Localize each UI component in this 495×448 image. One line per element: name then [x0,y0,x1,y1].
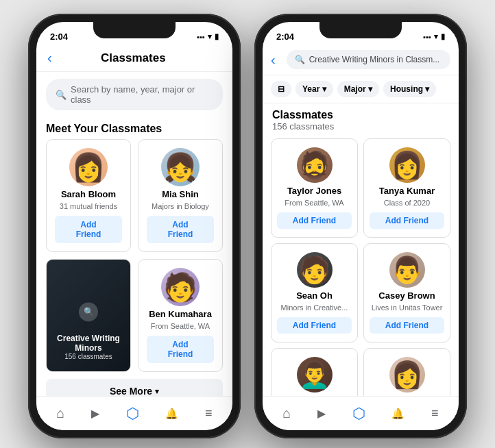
meet-section-title: Meet Your Classmates [36,117,232,139]
add-mia-button[interactable]: Add Friend [147,216,214,243]
nav-bell-left[interactable]: 🔔 [160,402,184,425]
sub-ben: From Seattle, WA [151,322,210,330]
avatar-tanya [389,147,425,183]
name-mia: Mia Shin [162,189,198,199]
notch-right [319,22,402,38]
right-phone: 2:04 ▪▪▪ ▾ ▮ ‹ 🔍 Creative Writing Minors… [254,14,467,438]
nav-video-right[interactable]: ▶ [312,401,331,425]
classmate-card-sarah: Sarah Bloom 31 mutual friends Add Friend [46,139,131,252]
filter-housing-button[interactable]: Housing ▾ [383,81,436,97]
filter-major-button[interactable]: Major ▾ [337,81,379,97]
name-taylor: Taylor Jones [287,186,341,196]
left-content: 🔍 Search by name, year, major or class M… [36,72,232,419]
signal-icon: ▪▪▪ [197,33,205,41]
group-search-icon: 🔍 [79,302,98,321]
wifi-icon: ▾ [208,32,212,41]
name-ben: Ben Kumahara [149,309,212,319]
avatar-sean [297,252,333,288]
right-content: Classmates 156 classmates Taylor Jones F… [263,103,459,430]
add-casey-button[interactable]: Add Friend [370,317,444,334]
name-sean: Sean Oh [296,290,333,301]
search-text-right: Creative Writing Minors in Classm... [309,55,440,64]
nav-home-left[interactable]: ⌂ [51,400,70,427]
search-bar-right[interactable]: 🔍 Creative Writing Minors in Classm... [287,50,450,69]
group-card-writing[interactable]: 🔍 Creative Writing Minors 156 classmates [46,259,131,372]
search-icon-right: 🔍 [295,55,305,64]
sub-casey: Lives in Unitas Tower [372,303,443,312]
search-icon-left: 🔍 [56,90,67,100]
card-taylor: Taylor Jones From Seattle, WA Add Friend [271,138,358,238]
classmates-count: 156 classmates [272,121,449,132]
left-screen: 2:04 ▪▪▪ ▾ ▮ ‹ Classmates 🔍 Search by na… [36,22,232,430]
notch [93,22,176,38]
nav-menu-left[interactable]: ≡ [200,401,218,426]
classmates-grid-left: Sarah Bloom 31 mutual friends Add Friend… [36,139,232,372]
right-header: ‹ 🔍 Creative Writing Minors in Classm... [263,45,459,75]
filter-settings-icon: ⊟ [278,84,285,94]
signal-icon-right: ▪▪▪ [423,33,431,41]
filter-bar: ⊟ Year ▾ Major ▾ Housing ▾ [263,75,459,103]
name-casey: Casey Brown [378,290,435,301]
add-taylor-button[interactable]: Add Friend [277,212,352,229]
sub-mia: Majors in Biology [152,202,209,210]
group-title: Creative Writing Minors [55,334,122,353]
nav-menu-right[interactable]: ≡ [426,401,444,426]
group-count: 156 classmates [55,353,122,360]
battery-icon: ▮ [215,32,219,41]
bottom-nav-right: ⌂ ▶ ⬡ 🔔 ≡ [263,396,459,430]
card-tanya: Tanya Kumar Class of 2020 Add Friend [363,138,450,238]
time-right: 2:04 [276,32,294,42]
back-button[interactable]: ‹ [47,50,52,66]
see-more-label: See More [110,386,152,397]
avatar-mia [161,148,200,186]
battery-icon-right: ▮ [441,32,445,41]
nav-video-left[interactable]: ▶ [86,401,105,425]
left-header: ‹ Classmates [36,45,232,72]
avatar-casey [389,252,425,288]
add-ben-button[interactable]: Add Friend [147,336,214,363]
page-title-left: Classmates [59,51,208,65]
sub-taylor: From Seattle, WA [285,199,343,207]
sub-tanya: Class of 2020 [384,199,430,207]
group-info: Creative Writing Minors 156 classmates [55,334,122,363]
classmate-card-ben: Ben Kumahara From Seattle, WA Add Friend [138,259,223,372]
right-screen: 2:04 ▪▪▪ ▾ ▮ ‹ 🔍 Creative Writing Minors… [263,22,459,430]
sub-sean: Minors in Creative... [281,303,348,312]
card-sean: Sean Oh Minors in Creative... Add Friend [271,243,358,343]
classmates-title-right: Classmates [272,109,449,121]
left-phone: 2:04 ▪▪▪ ▾ ▮ ‹ Classmates 🔍 Search by na… [28,14,241,438]
bottom-nav-left: ⌂ ▶ ⬡ 🔔 ≡ [36,396,232,430]
status-icons-right: ▪▪▪ ▾ ▮ [423,32,445,41]
name-tanya: Tanya Kumar [379,186,435,196]
filter-year-label: Year ▾ [302,84,326,94]
search-bar-left[interactable]: 🔍 Search by name, year, major or class [46,79,223,110]
nav-marketplace-right[interactable]: ⬡ [347,399,371,428]
sub-sarah: 31 mutual friends [60,202,117,210]
nav-home-right[interactable]: ⌂ [277,400,296,427]
filter-settings-button[interactable]: ⊟ [271,81,291,97]
filter-major-label: Major ▾ [344,84,372,94]
add-sarah-button[interactable]: Add Friend [55,216,122,243]
search-placeholder: Search by name, year, major or class [71,84,213,105]
add-tanya-button[interactable]: Add Friend [370,212,444,229]
time-left: 2:04 [50,32,68,42]
nav-marketplace-left[interactable]: ⬡ [121,399,145,428]
avatar-ben [161,268,200,306]
avatar-sarah [69,148,108,186]
back-button-right[interactable]: ‹ [271,52,276,68]
classmates-section-header: Classmates 156 classmates [263,103,459,133]
filter-housing-label: Housing ▾ [390,84,429,94]
add-sean-button[interactable]: Add Friend [277,317,352,334]
classmate-card-mia: Mia Shin Majors in Biology Add Friend [138,139,223,252]
avatar-alice [389,357,425,393]
chevron-down-icon: ▾ [155,387,159,396]
name-sarah: Sarah Bloom [61,189,116,199]
avatar-noah [297,357,333,393]
status-icons-left: ▪▪▪ ▾ ▮ [197,32,219,41]
card-casey: Casey Brown Lives in Unitas Tower Add Fr… [363,243,450,343]
right-people-grid: Taylor Jones From Seattle, WA Add Friend… [263,133,459,430]
filter-year-button[interactable]: Year ▾ [295,81,333,97]
avatar-taylor [297,147,333,183]
nav-bell-right[interactable]: 🔔 [386,402,410,425]
wifi-icon-right: ▾ [434,32,438,41]
